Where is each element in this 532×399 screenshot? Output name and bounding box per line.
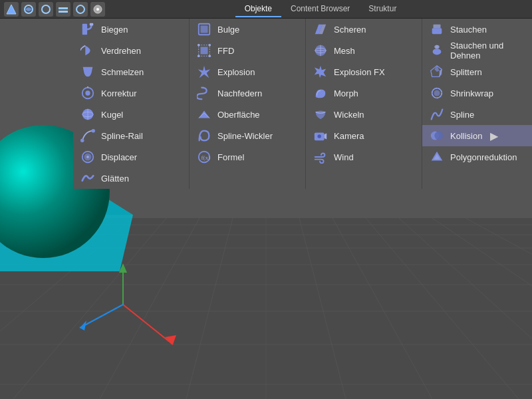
menu-item-schmelzen[interactable]: Schmelzen [73, 61, 189, 82]
svg-text:f(x): f(x) [201, 154, 210, 161]
menu-item-spline[interactable]: Spline [422, 104, 532, 125]
menu-item-spline-wickler[interactable]: Spline-Wickler [190, 125, 305, 146]
menu-item-stauchen-dehnen[interactable]: Stauchen und Dehnen [422, 40, 532, 61]
menu-item-splittern[interactable]: Splittern [422, 61, 532, 82]
tool-icon-4[interactable] [56, 2, 70, 17]
wrap-icon [313, 106, 329, 122]
polyreduce-icon [429, 149, 445, 165]
spline-icon [429, 106, 445, 122]
menu-item-explosion[interactable]: Explosion [190, 61, 305, 82]
menu-label-kamera: Kamera [334, 131, 364, 141]
tool-icon-2[interactable] [21, 2, 36, 17]
menu-item-formel[interactable]: f(x) Formel [190, 146, 305, 168]
svg-point-6 [96, 8, 99, 11]
menu-column-1: Biegen Verdrehen Schmelzen [73, 19, 190, 189]
menu-item-korrektur[interactable]: Korrektur [73, 82, 189, 104]
shrinkwrap-icon [429, 85, 445, 101]
top-bar: Objekte Content Browser Struktur [0, 0, 532, 19]
svg-point-82 [434, 132, 443, 140]
displace-icon [80, 149, 96, 165]
menu-item-bulge[interactable]: Bulge [190, 19, 305, 40]
menu-label-shrinkwrap: Shrinkwrap [450, 88, 493, 98]
svg-rect-39 [90, 23, 94, 26]
explosionfx-icon [313, 64, 329, 80]
tool-icon-1[interactable] [4, 2, 19, 17]
twist-icon [80, 43, 96, 59]
squash-icon [429, 21, 445, 37]
menu-item-mesh[interactable]: Mesh [306, 40, 422, 61]
menu-item-oberflache[interactable]: Oberfläche [190, 104, 305, 125]
menu-item-displacer[interactable]: Displacer [73, 146, 189, 168]
menu-item-wind[interactable]: Wind [306, 146, 422, 168]
menu-item-ffd[interactable]: FFD [190, 40, 305, 61]
tab-struktur[interactable]: Struktur [359, 1, 406, 17]
menu-item-kugel[interactable]: Kugel [73, 104, 189, 125]
menu-label-formel: Formel [217, 152, 244, 162]
svg-rect-70 [432, 28, 442, 34]
menu-label-stauchen-dehnen: Stauchen und Dehnen [450, 41, 531, 61]
menu-item-kollision[interactable]: Kollision ▶ [422, 125, 532, 146]
svg-point-56 [208, 44, 211, 47]
menu-column-3: Scheren Mesh [306, 19, 422, 189]
tab-content-browser[interactable]: Content Browser [281, 1, 359, 17]
camera-icon [313, 128, 329, 144]
toolbar-icons [0, 2, 109, 17]
top-tabs: Objekte Content Browser Struktur [235, 1, 406, 17]
menu-item-stauchen[interactable]: Stauchen [422, 19, 532, 40]
squash-stretch-icon [429, 43, 445, 59]
tool-icon-6[interactable] [90, 2, 105, 17]
sphere-icon [80, 106, 96, 122]
svg-point-79 [434, 90, 440, 96]
svg-marker-59 [198, 66, 210, 78]
tool-icon-5[interactable] [73, 2, 88, 17]
menu-item-glatten[interactable]: Glätten [73, 168, 189, 189]
spline-wind-icon [196, 128, 212, 144]
menu-label-spline-rail: Spline-Rail [101, 131, 143, 141]
svg-point-41 [85, 90, 90, 95]
menu-item-polygonreduktion[interactable]: Polygonreduktion [422, 146, 532, 168]
menu-label-bulge: Bulge [217, 25, 239, 35]
tool-icon-3[interactable] [39, 2, 53, 17]
svg-point-2 [42, 5, 50, 13]
morph-icon [313, 85, 329, 101]
menu-label-kollision: Kollision [450, 131, 482, 141]
menu-label-nachfedern: Nachfedern [217, 88, 262, 98]
menu-label-spline: Spline [450, 110, 474, 120]
shatter-icon [429, 64, 445, 80]
menu-item-kamera[interactable]: Kamera [306, 125, 422, 146]
svg-point-69 [317, 134, 321, 138]
menu-label-wind: Wind [334, 152, 354, 162]
svg-rect-3 [59, 7, 68, 9]
viewport: Biegen Verdrehen Schmelzen [0, 19, 532, 399]
menu-label-ffd: FFD [217, 46, 234, 56]
ffd-icon [196, 43, 212, 59]
svg-marker-0 [7, 5, 16, 14]
menu-label-splittern: Splittern [450, 67, 482, 77]
surface-icon [196, 106, 212, 122]
melt-icon [80, 64, 96, 80]
tab-objekte[interactable]: Objekte [235, 1, 281, 17]
menu-item-spline-rail[interactable]: Spline-Rail [73, 125, 189, 146]
bend-icon [80, 21, 96, 37]
menu-item-explosionfx[interactable]: Explosion FX [306, 61, 422, 82]
spring-icon [196, 85, 212, 101]
menu-item-nachfedern[interactable]: Nachfedern [190, 82, 305, 104]
menu-item-wickeln[interactable]: Wickeln [306, 104, 422, 125]
menu-item-scheren[interactable]: Scheren [306, 19, 422, 40]
menu-label-oberflache: Oberfläche [217, 110, 260, 120]
menu-item-biegen[interactable]: Biegen [73, 19, 189, 40]
svg-point-72 [433, 49, 442, 55]
menu-label-verdrehen: Verdrehen [101, 46, 141, 56]
menu-label-wickeln: Wickeln [334, 110, 364, 120]
menu-item-morph[interactable]: Morph [306, 82, 422, 104]
svg-rect-4 [59, 11, 68, 13]
menu-label-explosionfx: Explosion FX [334, 67, 385, 77]
menu-item-shrinkwrap[interactable]: Shrinkwrap [422, 82, 532, 104]
menu-label-morph: Morph [334, 88, 358, 98]
menu-item-verdrehen[interactable]: Verdrehen [73, 40, 189, 61]
correct-icon [80, 85, 96, 101]
menu-label-displacer: Displacer [101, 152, 137, 162]
svg-rect-52 [201, 26, 208, 33]
menu-label-mesh: Mesh [334, 46, 355, 56]
bulge-icon [196, 21, 212, 37]
